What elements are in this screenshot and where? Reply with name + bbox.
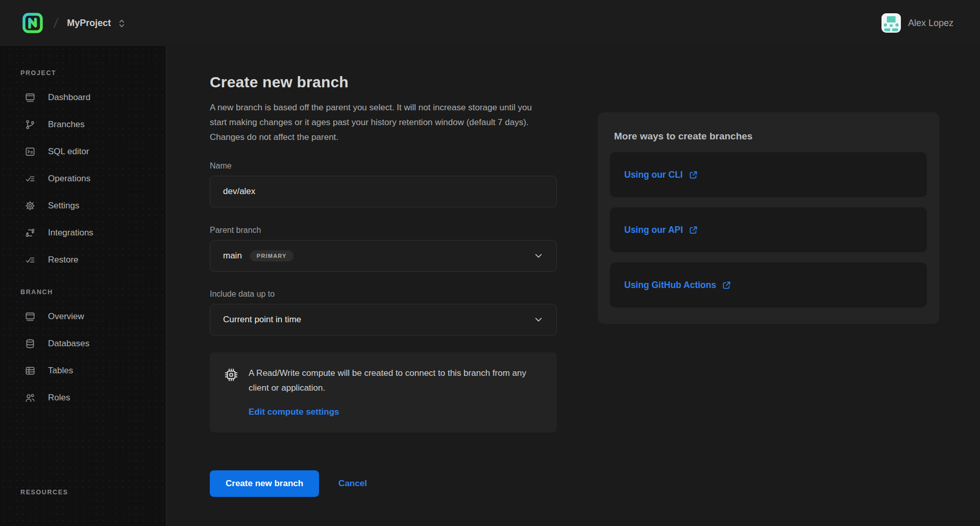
more-ways-title: More ways to create branches (614, 131, 927, 142)
overview-icon (24, 311, 36, 322)
sidebar-item-label: SQL editor (48, 147, 89, 157)
edit-compute-settings-link[interactable]: Edit compute settings (249, 407, 339, 417)
using-cli-link: Using our CLI (624, 170, 698, 180)
sidebar-item-dashboard[interactable]: Dashboard (0, 84, 166, 111)
sidebar-item-label: Integrations (48, 228, 93, 238)
section-gap (0, 273, 166, 289)
neon-logo-icon (20, 11, 45, 35)
sidebar-item-settings[interactable]: Settings (0, 192, 166, 219)
using-api-link: Using our API (624, 225, 698, 235)
sidebar-item-tables[interactable]: Tables (0, 357, 166, 384)
chevron-down-icon (533, 250, 544, 261)
databases-icon (24, 338, 36, 349)
sidebar-item-label: Overview (48, 312, 84, 322)
avatar (881, 13, 901, 33)
breadcrumb-separator: / (53, 15, 59, 31)
shell: PROJECT Dashboard Branches SQL editor (0, 46, 980, 526)
create-branch-form: Create new branch A new branch is based … (210, 74, 557, 497)
chevron-down-icon (533, 314, 544, 325)
neon-logo[interactable] (20, 11, 45, 35)
parent-branch-select[interactable]: main PRIMARY (210, 240, 557, 272)
main-content: Create new branch A new branch is based … (166, 46, 980, 526)
unfold-icon (118, 18, 126, 29)
sidebar-item-label: Restore (48, 255, 79, 265)
sidebar-item-label: Databases (48, 339, 89, 349)
cancel-link[interactable]: Cancel (338, 479, 367, 489)
page-title: Create new branch (210, 74, 557, 91)
sidebar-item-label: Roles (48, 393, 70, 403)
user-menu[interactable]: Alex Lopez (881, 13, 953, 33)
sidebar-item-databases[interactable]: Databases (0, 330, 166, 357)
sql-editor-icon (24, 146, 36, 157)
page-description: A new branch is based off the parent you… (210, 100, 536, 145)
parent-branch-label: Parent branch (210, 226, 557, 235)
user-name: Alex Lopez (908, 18, 953, 29)
app-root: / MyProject (0, 0, 980, 526)
section-gap (0, 411, 166, 489)
using-github-actions-card[interactable]: Using GitHub Actions (610, 262, 927, 307)
sidebar-item-label: Operations (48, 174, 90, 184)
project-name: MyProject (67, 18, 111, 29)
include-data-select[interactable]: Current point in time (210, 304, 557, 336)
parent-branch-value: main (223, 251, 242, 261)
avatar-identicon (881, 13, 901, 33)
sidebar-item-roles[interactable]: Roles (0, 384, 166, 411)
settings-icon (24, 200, 36, 211)
form-actions: Create new branch Cancel (210, 470, 557, 497)
sidebar-item-label: Dashboard (48, 92, 90, 103)
create-branch-button[interactable]: Create new branch (210, 470, 319, 497)
external-link-icon (689, 225, 698, 235)
section-label-project: PROJECT (20, 69, 166, 77)
compute-note-body: A Read/Write compute will be created to … (249, 366, 532, 417)
cpu-chip-icon (223, 367, 239, 383)
using-github-actions-label: Using GitHub Actions (624, 280, 716, 291)
primary-badge: PRIMARY (250, 250, 293, 261)
branch-name-input[interactable] (210, 176, 557, 207)
name-label: Name (210, 161, 557, 171)
using-api-label: Using our API (624, 225, 683, 235)
sidebar-item-sql-editor[interactable]: SQL editor (0, 138, 166, 165)
sidebar-item-integrations[interactable]: Integrations (0, 219, 166, 246)
sidebar: PROJECT Dashboard Branches SQL editor (0, 46, 166, 526)
include-data-label: Include data up to (210, 290, 557, 299)
using-github-actions-link: Using GitHub Actions (624, 280, 731, 291)
project-switcher[interactable]: MyProject (67, 17, 126, 29)
sidebar-item-label: Tables (48, 366, 73, 376)
header-right: Alex Lopez (881, 13, 953, 33)
sidebar-item-overview[interactable]: Overview (0, 303, 166, 330)
restore-icon (24, 254, 36, 266)
sidebar-item-branches[interactable]: Branches (0, 111, 166, 138)
header-left: / MyProject (20, 11, 126, 35)
sidebar-item-restore[interactable]: Restore (0, 246, 166, 273)
more-ways-panel: More ways to create branches Using our C… (598, 112, 939, 324)
top-header: / MyProject (0, 0, 980, 46)
compute-note: A Read/Write compute will be created to … (210, 352, 557, 433)
sidebar-item-label: Settings (48, 201, 79, 211)
tables-icon (24, 365, 36, 376)
using-cli-label: Using our CLI (624, 170, 683, 180)
using-api-card[interactable]: Using our API (610, 207, 927, 252)
sidebar-item-label: Branches (48, 119, 85, 130)
compute-note-text: A Read/Write compute will be created to … (249, 366, 532, 395)
section-label-resources: RESOURCES (20, 489, 166, 496)
operations-icon (24, 173, 36, 184)
roles-icon (24, 392, 36, 403)
sidebar-item-operations[interactable]: Operations (0, 165, 166, 192)
external-link-icon (689, 170, 698, 180)
branches-icon (24, 119, 36, 130)
include-data-value: Current point in time (223, 315, 301, 325)
external-link-icon (722, 280, 731, 290)
dashboard-icon (24, 92, 36, 103)
integrations-icon (24, 227, 36, 238)
using-cli-card[interactable]: Using our CLI (610, 152, 927, 197)
section-label-branch: BRANCH (20, 289, 166, 296)
